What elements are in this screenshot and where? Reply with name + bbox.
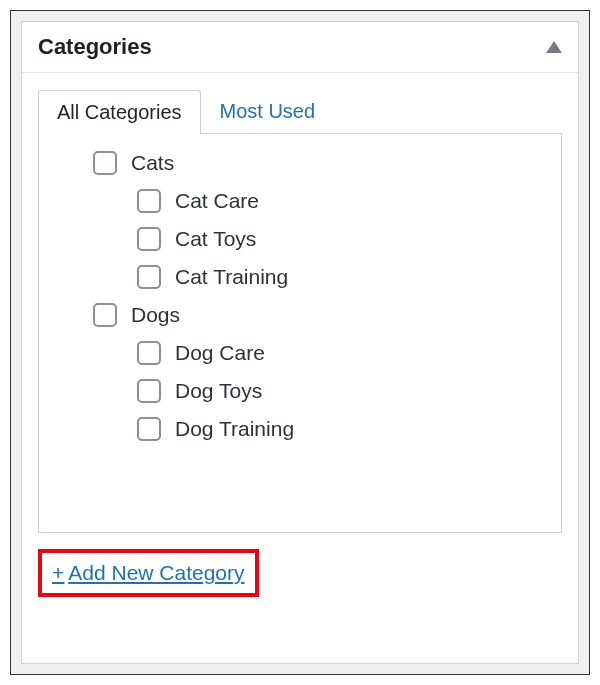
add-new-highlight: + Add New Category: [38, 549, 259, 597]
category-label: Cats: [131, 151, 174, 175]
outer-frame: Categories All Categories Most Used Cats: [10, 10, 590, 675]
checkbox-dog-training[interactable]: [137, 417, 161, 441]
checkbox-dog-toys[interactable]: [137, 379, 161, 403]
plus-icon: +: [52, 561, 64, 585]
category-item-cats: Cats: [49, 144, 549, 182]
category-label: Dog Care: [175, 341, 265, 365]
collapse-toggle-icon[interactable]: [546, 41, 562, 53]
category-label: Cat Toys: [175, 227, 256, 251]
checkbox-cats[interactable]: [93, 151, 117, 175]
category-label: Dog Training: [175, 417, 294, 441]
category-item-dog-toys: Dog Toys: [49, 372, 549, 410]
category-item-dog-training: Dog Training: [49, 410, 549, 448]
category-item-cat-toys: Cat Toys: [49, 220, 549, 258]
checkbox-cat-toys[interactable]: [137, 227, 161, 251]
category-item-cat-training: Cat Training: [49, 258, 549, 296]
checkbox-cat-care[interactable]: [137, 189, 161, 213]
tab-most-used[interactable]: Most Used: [201, 89, 335, 133]
category-label: Dogs: [131, 303, 180, 327]
panel-title: Categories: [38, 34, 152, 60]
panel-body: All Categories Most Used Cats: [22, 73, 578, 663]
category-scroll[interactable]: Cats Cat Care Cat Toys: [49, 144, 555, 522]
checkbox-cat-training[interactable]: [137, 265, 161, 289]
checkbox-dogs[interactable]: [93, 303, 117, 327]
category-list: Cats Cat Care Cat Toys: [49, 144, 549, 448]
category-tabs: All Categories Most Used: [38, 89, 562, 133]
panel-header: Categories: [22, 22, 578, 73]
category-item-cat-care: Cat Care: [49, 182, 549, 220]
category-label: Cat Training: [175, 265, 288, 289]
category-label: Dog Toys: [175, 379, 262, 403]
category-label: Cat Care: [175, 189, 259, 213]
add-new-label: Add New Category: [68, 561, 244, 585]
add-new-category-link[interactable]: + Add New Category: [52, 561, 245, 585]
checkbox-dog-care[interactable]: [137, 341, 161, 365]
categories-panel: Categories All Categories Most Used Cats: [21, 21, 579, 664]
tab-all-categories[interactable]: All Categories: [38, 90, 201, 134]
category-list-box: Cats Cat Care Cat Toys: [38, 133, 562, 533]
category-item-dogs: Dogs: [49, 296, 549, 334]
category-item-dog-care: Dog Care: [49, 334, 549, 372]
